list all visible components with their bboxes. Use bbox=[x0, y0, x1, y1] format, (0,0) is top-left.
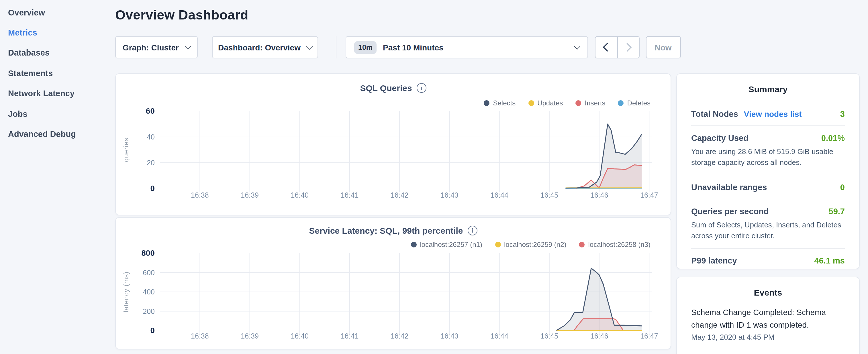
time-range-dropdown[interactable]: 10m Past 10 Minutes bbox=[346, 36, 588, 58]
summary-label: Total Nodes bbox=[691, 109, 738, 119]
sidebar-item-metrics[interactable]: Metrics bbox=[0, 23, 115, 43]
svg-text:16:45: 16:45 bbox=[540, 191, 559, 199]
summary-value: 0 bbox=[840, 183, 845, 192]
graph-dropdown-label: Graph: Cluster bbox=[123, 43, 179, 52]
dashboard-dropdown[interactable]: Dashboard: Overview bbox=[212, 36, 318, 58]
svg-text:800: 800 bbox=[141, 249, 155, 257]
svg-text:16:38: 16:38 bbox=[191, 191, 209, 199]
svg-text:600: 600 bbox=[143, 269, 155, 277]
svg-text:200: 200 bbox=[143, 307, 155, 315]
summary-value: 0.01% bbox=[821, 133, 845, 142]
summary-desc: You are using 28.6 MiB of 515.9 GiB usab… bbox=[691, 147, 845, 168]
page-title: Overview Dashboard bbox=[115, 7, 248, 23]
dashboard-dropdown-label: Dashboard: Overview bbox=[218, 43, 301, 52]
events-heading: Events bbox=[691, 288, 845, 297]
svg-text:16:47: 16:47 bbox=[640, 332, 658, 340]
controls-divider bbox=[336, 36, 336, 58]
summary-label: Queries per second bbox=[691, 207, 769, 216]
view-nodes-list-link[interactable]: View nodes list bbox=[744, 109, 802, 119]
summary-desc: Sum of Selects, Updates, Inserts, and De… bbox=[691, 220, 845, 241]
event-list-item[interactable]: Schema Change Completed: Schema change w… bbox=[691, 307, 845, 342]
svg-text:60: 60 bbox=[146, 106, 155, 116]
summary-label: P99 latency bbox=[691, 256, 737, 265]
svg-text:16:42: 16:42 bbox=[391, 332, 409, 340]
summary-row-total-nodes: Total Nodes View nodes list 3 bbox=[691, 102, 845, 126]
now-button[interactable]: Now bbox=[646, 36, 681, 58]
time-range-badge: 10m bbox=[354, 41, 376, 54]
now-button-label: Now bbox=[654, 43, 672, 52]
svg-text:16:43: 16:43 bbox=[440, 332, 459, 340]
svg-text:20: 20 bbox=[147, 159, 155, 167]
svg-text:16:40: 16:40 bbox=[291, 332, 309, 340]
summary-value: 3 bbox=[840, 109, 845, 119]
svg-text:16:41: 16:41 bbox=[341, 332, 359, 340]
summary-row-capacity-used: Capacity Used 0.01% You are using 28.6 M… bbox=[691, 126, 845, 175]
svg-text:16:44: 16:44 bbox=[490, 191, 508, 199]
event-timestamp: May 13, 2020 at 4:45 PM bbox=[691, 333, 845, 342]
svg-text:16:47: 16:47 bbox=[640, 191, 658, 199]
graph-dropdown[interactable]: Graph: Cluster bbox=[115, 36, 198, 58]
chevron-down-icon bbox=[574, 43, 581, 50]
admin-ui-root: OverviewMetricsDatabasesStatementsNetwor… bbox=[0, 0, 868, 354]
service-latency-chart-card: Service Latency: SQL, 99th percentile i … bbox=[115, 217, 671, 349]
summary-heading: Summary bbox=[691, 84, 845, 94]
chevron-right-icon bbox=[623, 43, 631, 52]
svg-text:latency (ms): latency (ms) bbox=[122, 271, 130, 313]
svg-text:0: 0 bbox=[150, 184, 155, 193]
summary-label: Capacity Used bbox=[691, 133, 748, 142]
prev-time-button[interactable] bbox=[595, 37, 617, 58]
next-time-button[interactable] bbox=[617, 37, 639, 58]
summary-panel: Summary Total Nodes View nodes list 3 Ca… bbox=[676, 73, 860, 269]
sidebar-item-databases[interactable]: Databases bbox=[0, 43, 115, 63]
service-latency-plot: 16:3816:3916:4016:4116:4216:4316:4416:45… bbox=[116, 218, 671, 349]
svg-text:16:40: 16:40 bbox=[291, 191, 309, 199]
summary-row-queries-per-second: Queries per second 59.7 Sum of Selects, … bbox=[691, 199, 845, 249]
svg-text:40: 40 bbox=[147, 133, 155, 141]
summary-label: Unavailable ranges bbox=[691, 183, 767, 192]
svg-text:16:45: 16:45 bbox=[540, 332, 559, 340]
chevron-left-icon bbox=[603, 43, 612, 52]
chevron-down-icon bbox=[307, 43, 313, 50]
sql-queries-plot: 16:3816:3916:4016:4116:4216:4316:4416:45… bbox=[116, 74, 671, 215]
time-range-label: Past 10 Minutes bbox=[383, 43, 443, 52]
time-pager bbox=[595, 36, 640, 58]
svg-text:0: 0 bbox=[150, 326, 155, 335]
svg-text:16:44: 16:44 bbox=[490, 332, 508, 340]
event-text: Schema Change Completed: Schema change w… bbox=[691, 307, 845, 331]
summary-row-unavailable-ranges: Unavailable ranges 0 bbox=[691, 175, 845, 199]
sql-queries-chart-card: SQL Queries i SelectsUpdatesInsertsDelet… bbox=[115, 73, 671, 215]
sidebar-item-jobs[interactable]: Jobs bbox=[0, 104, 115, 124]
summary-row-p99-latency: P99 latency 46.1 ms bbox=[691, 249, 845, 269]
summary-value: 46.1 ms bbox=[814, 256, 845, 265]
svg-text:16:38: 16:38 bbox=[191, 332, 209, 340]
svg-text:16:42: 16:42 bbox=[391, 191, 409, 199]
svg-text:16:46: 16:46 bbox=[590, 191, 608, 199]
events-panel: Events Schema Change Completed: Schema c… bbox=[676, 277, 860, 354]
summary-value: 59.7 bbox=[829, 207, 845, 216]
sidebar-item-advanced-debug[interactable]: Advanced Debug bbox=[0, 124, 115, 144]
svg-text:16:43: 16:43 bbox=[440, 191, 459, 199]
svg-text:16:39: 16:39 bbox=[241, 332, 259, 340]
sidebar-item-overview[interactable]: Overview bbox=[0, 2, 115, 23]
svg-text:400: 400 bbox=[143, 288, 155, 296]
svg-text:16:39: 16:39 bbox=[241, 191, 259, 199]
svg-text:16:46: 16:46 bbox=[590, 332, 608, 340]
chevron-down-icon bbox=[185, 43, 191, 50]
svg-text:16:41: 16:41 bbox=[341, 191, 359, 199]
svg-text:queries: queries bbox=[122, 137, 130, 162]
sidebar-nav: OverviewMetricsDatabasesStatementsNetwor… bbox=[0, 0, 115, 354]
sidebar-item-network-latency[interactable]: Network Latency bbox=[0, 83, 115, 104]
sidebar-item-statements[interactable]: Statements bbox=[0, 63, 115, 83]
